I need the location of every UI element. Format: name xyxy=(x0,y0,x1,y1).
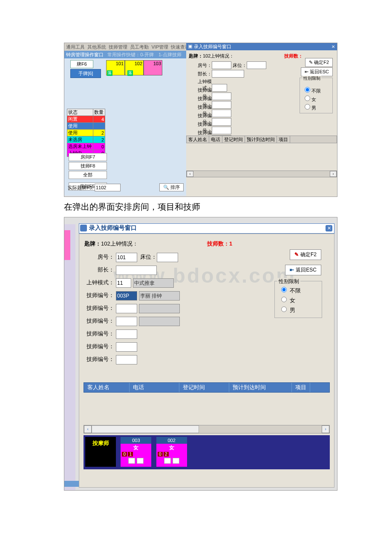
status-table: 状态数量 闲置4 使用 使用2 未选房2 选房未上钟0 上钟中0 xyxy=(67,109,105,157)
left-panel-title: 钟房管理操作窗口 常用操作快键：0-开牌 1-点牌技师 xyxy=(64,51,186,58)
sort-button[interactable]: 🔍 排序 xyxy=(159,183,184,191)
gender-female-radio[interactable] xyxy=(305,95,310,101)
guest-table-header: 客人姓名电话登记时间预计到达时间项目 xyxy=(84,382,330,393)
tech-f8-button[interactable]: 技师F8 xyxy=(69,162,107,170)
dialog-title: 录入技师编号窗口 ✕ xyxy=(79,223,334,234)
tech-input-3[interactable] xyxy=(116,317,137,326)
tech-input-4[interactable] xyxy=(116,330,137,339)
room-grid: 101102103 xyxy=(106,60,162,75)
tech-name-1 xyxy=(139,291,180,301)
room-tag-icon: 落 xyxy=(107,70,112,76)
blue-tab[interactable] xyxy=(64,481,80,487)
ok-button[interactable]: ✎ 确定F2 xyxy=(305,58,333,67)
gender-unlimited-radio[interactable] xyxy=(305,87,310,92)
hscrollbar[interactable]: ‹› xyxy=(186,171,337,177)
tech-input-5[interactable] xyxy=(116,342,137,352)
left-panel: 钟房管理操作窗口 常用操作快键：0-开牌 1-点牌技师 牌F6 手牌[6] 10… xyxy=(64,51,186,196)
app-icon xyxy=(80,225,87,231)
close-icon[interactable]: ✕ xyxy=(326,225,332,231)
screenshot-1: 通用工具 其他系统 技师管理 员工考勤 VIP管理 快速查询 窗口 帮 钟房管理… xyxy=(64,43,337,197)
tech-count-label: 技师数：1 xyxy=(207,240,232,248)
gender-limit-box: 性别限制 不限 女 男 xyxy=(300,78,333,113)
screenshot-2: 录入技师编号窗口 ✕ www.bdocx.com 匙牌：102上钟情况： 技师数… xyxy=(64,217,337,491)
gender-male-radio[interactable] xyxy=(305,104,310,110)
pink-tab[interactable] xyxy=(64,230,70,260)
tech-input-1[interactable] xyxy=(116,291,137,301)
tech-entry-title: ▣ 录入技师编号窗口 xyxy=(186,43,337,50)
masseur-label: 按摩师 xyxy=(85,437,116,467)
manager-input[interactable] xyxy=(116,266,157,275)
tech-input-2[interactable] xyxy=(116,304,137,313)
tech-count-label: 技师数： xyxy=(284,53,303,59)
close-icon[interactable]: ✕ xyxy=(330,44,336,49)
scroll-right-icon[interactable]: › xyxy=(322,425,329,433)
scroll-thumb[interactable] xyxy=(92,425,199,433)
all-button[interactable]: 全部 xyxy=(69,171,107,179)
card-button[interactable]: 牌F6 xyxy=(70,60,93,68)
bed-input[interactable] xyxy=(247,61,266,69)
mode-name xyxy=(133,278,174,288)
masseur-bar: 按摩师 003 女 01 002 女 02 xyxy=(84,435,330,469)
guest-table-header: 客人姓名电话登记时间预计到达时间项目 xyxy=(186,136,337,143)
room-f7-button[interactable]: 房间F7 xyxy=(69,153,107,161)
footer-key-input: 实际匙牌F3: xyxy=(68,184,121,191)
masseur-card-003[interactable]: 003 女 01 xyxy=(121,437,151,467)
left-strip xyxy=(64,224,75,490)
hand-card-button[interactable]: 手牌[6] xyxy=(70,69,101,78)
tech-entry-panel: ▣ 录入技师编号窗口 ✕ 匙牌：102上钟情况： 技师数： 房号： 床位： 部长… xyxy=(186,43,337,197)
esc-button[interactable]: ⇤ 返回ESC xyxy=(301,67,333,76)
hscrollbar[interactable]: ‹ › xyxy=(84,425,330,434)
room-tag-icon: 落 xyxy=(127,70,133,76)
manager-input[interactable] xyxy=(212,70,244,78)
caption-text: 在弹出的界面安排房间，项目和技师 xyxy=(64,201,392,213)
dialog-body: www.bdocx.com 匙牌：102上钟情况： 技师数：1 房号： 床位： … xyxy=(79,234,334,488)
room-input[interactable] xyxy=(212,61,231,69)
actual-key-input[interactable] xyxy=(95,184,121,191)
mode-input[interactable] xyxy=(116,278,131,288)
masseur-card-002[interactable]: 002 女 02 xyxy=(156,437,187,467)
room-input[interactable] xyxy=(116,253,137,262)
room-103[interactable]: 103 xyxy=(144,60,162,75)
tech-input-6[interactable] xyxy=(116,355,137,364)
scroll-left-icon[interactable]: ‹ xyxy=(84,425,92,433)
bed-input[interactable] xyxy=(157,253,178,262)
